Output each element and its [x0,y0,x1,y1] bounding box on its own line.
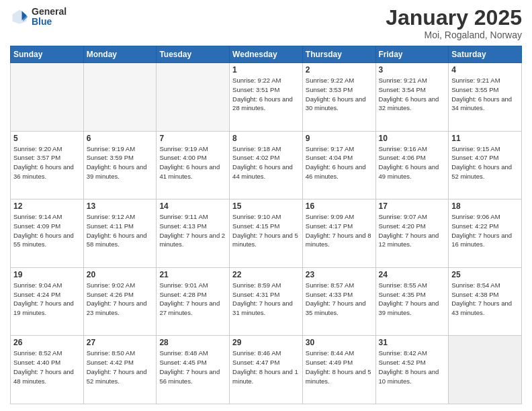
day-info: Sunrise: 9:09 AMSunset: 4:17 PMDaylight:… [306,212,373,249]
day-number: 8 [232,134,300,143]
calendar-cell: 15Sunrise: 9:10 AMSunset: 4:15 PMDayligh… [230,199,303,268]
calendar-cell: 23Sunrise: 8:57 AMSunset: 4:33 PMDayligh… [302,267,375,336]
day-info: Sunrise: 9:20 AMSunset: 3:57 PMDaylight:… [13,144,81,181]
day-info: Sunrise: 9:16 AMSunset: 4:06 PMDaylight:… [379,144,446,181]
calendar-table: SundayMondayTuesdayWednesdayThursdayFrid… [10,46,522,404]
calendar-week-2: 5Sunrise: 9:20 AMSunset: 3:57 PMDaylight… [11,131,522,199]
day-number: 15 [232,201,300,211]
day-info: Sunrise: 8:48 AMSunset: 4:45 PMDaylight:… [159,349,226,385]
location: Moi, Rogaland, Norway [386,30,522,40]
calendar-cell [11,63,84,132]
day-number: 14 [159,201,226,211]
day-number: 27 [87,338,154,347]
calendar-cell: 8Sunrise: 9:18 AMSunset: 4:02 PMDaylight… [230,131,303,199]
day-info: Sunrise: 9:12 AMSunset: 4:11 PMDaylight:… [87,212,154,249]
weekday-header-row: SundayMondayTuesdayWednesdayThursdayFrid… [11,46,522,63]
day-info: Sunrise: 9:19 AMSunset: 3:59 PMDaylight:… [87,144,154,181]
calendar-cell: 9Sunrise: 9:17 AMSunset: 4:04 PMDaylight… [302,131,375,199]
calendar-cell: 1Sunrise: 9:22 AMSunset: 3:51 PMDaylight… [230,63,303,132]
calendar-cell: 20Sunrise: 9:02 AMSunset: 4:26 PMDayligh… [83,267,157,336]
day-number: 1 [232,65,300,75]
calendar-cell: 18Sunrise: 9:06 AMSunset: 4:22 PMDayligh… [449,199,522,268]
day-number: 10 [379,134,446,143]
calendar-cell: 6Sunrise: 9:19 AMSunset: 3:59 PMDaylight… [83,131,157,199]
calendar-cell [83,63,157,132]
day-number: 9 [306,134,373,143]
logo-blue-text: Blue [32,17,66,27]
calendar-cell: 5Sunrise: 9:20 AMSunset: 3:57 PMDaylight… [11,131,84,199]
calendar-cell: 3Sunrise: 9:21 AMSunset: 3:54 PMDaylight… [375,63,449,132]
day-info: Sunrise: 9:18 AMSunset: 4:02 PMDaylight:… [232,144,300,181]
calendar-cell: 28Sunrise: 8:48 AMSunset: 4:45 PMDayligh… [157,336,230,404]
day-number: 20 [87,270,154,279]
calendar-cell: 26Sunrise: 8:52 AMSunset: 4:40 PMDayligh… [11,336,84,404]
day-info: Sunrise: 9:07 AMSunset: 4:20 PMDaylight:… [379,212,446,249]
weekday-header-sunday: Sunday [11,46,84,63]
day-number: 26 [13,338,81,347]
day-info: Sunrise: 8:42 AMSunset: 4:52 PMDaylight:… [379,349,446,385]
day-info: Sunrise: 9:10 AMSunset: 4:15 PMDaylight:… [232,212,300,249]
calendar-body: 1Sunrise: 9:22 AMSunset: 3:51 PMDaylight… [11,63,522,404]
day-number: 30 [306,338,373,347]
day-info: Sunrise: 8:57 AMSunset: 4:33 PMDaylight:… [306,281,373,318]
calendar-cell [449,336,522,404]
day-info: Sunrise: 9:11 AMSunset: 4:13 PMDaylight:… [159,212,226,249]
day-number: 24 [379,270,446,279]
calendar-week-5: 26Sunrise: 8:52 AMSunset: 4:40 PMDayligh… [11,336,522,404]
day-number: 31 [379,338,446,347]
calendar-cell: 13Sunrise: 9:12 AMSunset: 4:11 PMDayligh… [83,199,157,268]
calendar-cell: 11Sunrise: 9:15 AMSunset: 4:07 PMDayligh… [449,131,522,199]
day-number: 4 [451,65,519,75]
calendar-cell: 19Sunrise: 9:04 AMSunset: 4:24 PMDayligh… [11,267,84,336]
day-number: 22 [232,270,300,279]
calendar-week-3: 12Sunrise: 9:14 AMSunset: 4:09 PMDayligh… [11,199,522,268]
calendar-week-4: 19Sunrise: 9:04 AMSunset: 4:24 PMDayligh… [11,267,522,336]
day-info: Sunrise: 9:21 AMSunset: 3:54 PMDaylight:… [379,76,446,113]
logo-text: General Blue [32,7,66,28]
weekday-header-tuesday: Tuesday [157,46,230,63]
calendar-cell: 14Sunrise: 9:11 AMSunset: 4:13 PMDayligh… [157,199,230,268]
calendar-cell: 22Sunrise: 8:59 AMSunset: 4:31 PMDayligh… [230,267,303,336]
calendar-cell: 27Sunrise: 8:50 AMSunset: 4:42 PMDayligh… [83,336,157,404]
day-info: Sunrise: 8:50 AMSunset: 4:42 PMDaylight:… [87,349,154,385]
day-number: 5 [13,134,81,143]
day-number: 28 [159,338,226,347]
weekday-header-friday: Friday [375,46,449,63]
calendar-cell: 16Sunrise: 9:09 AMSunset: 4:17 PMDayligh… [302,199,375,268]
day-number: 13 [87,201,154,211]
day-info: Sunrise: 9:19 AMSunset: 4:00 PMDaylight:… [159,144,226,181]
header: General Blue January 2025 Moi, Rogaland,… [10,7,522,40]
day-info: Sunrise: 9:01 AMSunset: 4:28 PMDaylight:… [159,281,226,318]
day-info: Sunrise: 9:04 AMSunset: 4:24 PMDaylight:… [13,281,81,318]
calendar-cell: 24Sunrise: 8:55 AMSunset: 4:35 PMDayligh… [375,267,449,336]
day-info: Sunrise: 8:55 AMSunset: 4:35 PMDaylight:… [379,281,446,318]
day-info: Sunrise: 8:52 AMSunset: 4:40 PMDaylight:… [13,349,81,385]
day-info: Sunrise: 8:54 AMSunset: 4:38 PMDaylight:… [451,281,519,318]
day-number: 11 [451,134,519,143]
day-number: 18 [451,201,519,211]
day-info: Sunrise: 8:59 AMSunset: 4:31 PMDaylight:… [232,281,300,318]
weekday-header-saturday: Saturday [449,46,522,63]
logo-icon [10,7,29,26]
weekday-header-thursday: Thursday [302,46,375,63]
calendar-cell: 4Sunrise: 9:21 AMSunset: 3:55 PMDaylight… [449,63,522,132]
calendar-cell [157,63,230,132]
day-info: Sunrise: 9:02 AMSunset: 4:26 PMDaylight:… [87,281,154,318]
calendar-cell: 31Sunrise: 8:42 AMSunset: 4:52 PMDayligh… [375,336,449,404]
day-number: 16 [306,201,373,211]
title-section: January 2025 Moi, Rogaland, Norway [386,7,522,40]
day-info: Sunrise: 9:22 AMSunset: 3:51 PMDaylight:… [232,76,300,113]
day-info: Sunrise: 9:14 AMSunset: 4:09 PMDaylight:… [13,212,81,249]
calendar-cell: 7Sunrise: 9:19 AMSunset: 4:00 PMDaylight… [157,131,230,199]
day-number: 2 [306,65,373,75]
day-info: Sunrise: 9:15 AMSunset: 4:07 PMDaylight:… [451,144,519,181]
calendar-cell: 25Sunrise: 8:54 AMSunset: 4:38 PMDayligh… [449,267,522,336]
month-title: January 2025 [386,7,522,28]
day-number: 12 [13,201,81,211]
calendar-cell: 17Sunrise: 9:07 AMSunset: 4:20 PMDayligh… [375,199,449,268]
weekday-header-monday: Monday [83,46,157,63]
day-number: 29 [232,338,300,347]
day-number: 23 [306,270,373,279]
day-info: Sunrise: 8:44 AMSunset: 4:49 PMDaylight:… [306,349,373,385]
day-info: Sunrise: 9:22 AMSunset: 3:53 PMDaylight:… [306,76,373,113]
